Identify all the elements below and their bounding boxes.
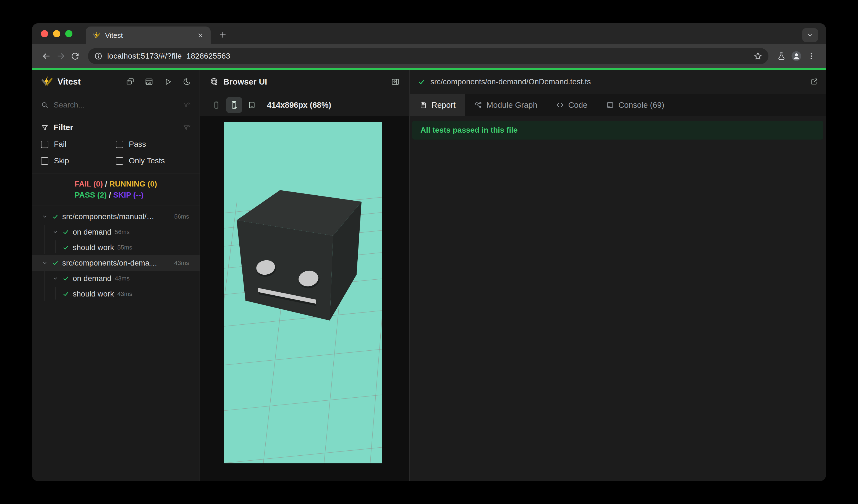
check-icon (52, 259, 59, 267)
device-phone-plus-icon[interactable] (226, 97, 242, 113)
open-in-editor-icon[interactable] (810, 78, 818, 86)
device-tablet-icon[interactable] (244, 97, 260, 113)
robot-head-3d-scene (224, 122, 382, 464)
report-dashboard-icon[interactable] (145, 78, 153, 86)
tab-code[interactable]: Code (547, 94, 597, 116)
chevron-down-icon[interactable] (41, 259, 48, 267)
chevron-down-icon[interactable] (41, 213, 48, 220)
browser-window: Vitest localhost:5173/#/?file=18286255 (32, 23, 826, 481)
duration-badge: 43ms (115, 275, 130, 282)
tab-console[interactable]: Console (69) (597, 94, 673, 116)
summary-line-1: FAIL (0) / RUNNING (0) (75, 179, 157, 190)
filter-header: Filter (41, 123, 191, 132)
duration-badge: 43ms (117, 290, 132, 297)
chevron-down-icon[interactable] (52, 275, 59, 282)
test-case-row[interactable]: should work 43ms (32, 286, 200, 302)
filter-section: Filter Fail Pass (32, 116, 200, 174)
filter-options: Fail Pass Skip Only Tests (41, 140, 191, 165)
check-icon (62, 228, 69, 236)
file-pass-check-icon (418, 78, 425, 86)
url-text[interactable]: localhost:5173/#/?file=1828625563 (107, 52, 749, 61)
test-case-row[interactable]: should work 55ms (32, 240, 200, 255)
checkbox-icon[interactable] (41, 157, 48, 165)
pass-count: PASS (2) (75, 191, 107, 199)
experiments-flask-icon[interactable] (774, 49, 789, 64)
dark-mode-moon-icon[interactable] (182, 78, 191, 86)
fail-count: FAIL (0) (75, 180, 103, 188)
viewport-size-label[interactable]: 414x896px (68%) (267, 101, 331, 110)
filter-checkbox-skip[interactable]: Skip (41, 157, 116, 165)
device-phone-small-icon[interactable] (208, 97, 224, 113)
check-icon (62, 290, 69, 297)
browser-ui-title: Browser UI (223, 77, 386, 86)
chevron-down-icon[interactable] (52, 228, 59, 236)
browser-ui-header: Browser UI (200, 70, 409, 94)
vitest-ui-page: Vitest Search... (32, 68, 826, 481)
clipboard-icon (419, 101, 427, 109)
test-file-row[interactable]: src/components/manual/… 56ms (32, 209, 200, 224)
test-suite-row[interactable]: on demand 43ms (32, 271, 200, 286)
search-icon (41, 101, 49, 109)
forward-icon[interactable] (54, 49, 68, 63)
duration-badge: 56ms (115, 228, 130, 236)
search-placeholder[interactable]: Search... (54, 101, 178, 110)
browser-tab[interactable]: Vitest (86, 27, 211, 44)
reload-icon[interactable] (68, 49, 82, 63)
checkbox-icon[interactable] (116, 157, 123, 165)
filter-checkbox-fail[interactable]: Fail (41, 140, 116, 149)
check-icon (52, 213, 59, 220)
tab-search-button[interactable] (802, 28, 818, 42)
browser-toolbar: localhost:5173/#/?file=1828625563 (32, 44, 826, 68)
sidebar: Vitest Search... (32, 70, 200, 481)
check-icon (62, 275, 69, 282)
check-icon (62, 244, 69, 251)
search-bar[interactable]: Search... (32, 94, 200, 116)
clear-search-filter-icon[interactable] (183, 101, 191, 109)
tab-report[interactable]: Report (410, 94, 465, 116)
duration-badge: 55ms (117, 244, 132, 251)
report-panel: src/components/on-demand/OnDemand.test.t… (410, 70, 826, 481)
checkbox-icon[interactable] (41, 141, 48, 148)
test-file-group: src/components/on-dema… 43ms on demand 4… (32, 255, 200, 302)
filter-funnel-icon (41, 124, 49, 131)
expand-panel-icon[interactable] (391, 78, 399, 86)
site-info-icon[interactable] (94, 52, 103, 61)
app-title: Vitest (58, 77, 115, 87)
browser-ui-panel: Browser UI 414x896px (68%) (200, 70, 409, 481)
file-header: src/components/on-demand/OnDemand.test.t… (410, 70, 826, 94)
new-tab-icon[interactable] (218, 30, 227, 40)
bookmark-star-icon[interactable] (753, 52, 762, 61)
filter-title: Filter (54, 123, 178, 132)
summary-line-2: PASS (2) / SKIP (--) (75, 190, 157, 200)
console-icon (606, 101, 614, 109)
tested-app-iframe[interactable] (224, 122, 382, 464)
profile-avatar-icon[interactable] (789, 49, 804, 64)
dashboard-overlay-icon[interactable] (126, 78, 134, 86)
address-bar[interactable]: localhost:5173/#/?file=1828625563 (88, 48, 768, 64)
test-file-row-selected[interactable]: src/components/on-dema… 43ms (32, 255, 200, 271)
checkbox-icon[interactable] (116, 141, 123, 148)
tab-title: Vitest (105, 31, 192, 40)
sidebar-header: Vitest (32, 70, 200, 94)
menu-kebab-icon[interactable] (804, 49, 819, 64)
report-tab-bar: Report Module Graph Code (410, 94, 826, 116)
maximize-window-button[interactable] (65, 30, 73, 37)
close-window-button[interactable] (41, 30, 48, 37)
file-path: src/components/on-demand/OnDemand.test.t… (430, 77, 805, 86)
test-tree: src/components/manual/… 56ms on demand 5… (32, 206, 200, 481)
test-summary: FAIL (0) / RUNNING (0) PASS (2) / SKIP (… (32, 174, 200, 206)
close-tab-icon[interactable] (197, 32, 204, 39)
clear-filters-icon[interactable] (183, 124, 191, 131)
run-all-tests-icon[interactable] (164, 78, 172, 86)
duration-badge: 43ms (174, 259, 200, 267)
filter-checkbox-pass[interactable]: Pass (116, 140, 191, 149)
tab-module-graph[interactable]: Module Graph (465, 94, 547, 116)
back-icon[interactable] (39, 49, 54, 63)
test-suite-row[interactable]: on demand 56ms (32, 224, 200, 240)
vitest-logo-icon (41, 76, 53, 88)
test-file-group: src/components/manual/… 56ms on demand 5… (32, 209, 200, 255)
device-toolbar: 414x896px (68%) (200, 94, 409, 116)
code-icon (556, 101, 564, 109)
filter-checkbox-only-tests[interactable]: Only Tests (116, 157, 191, 165)
minimize-window-button[interactable] (53, 30, 60, 37)
